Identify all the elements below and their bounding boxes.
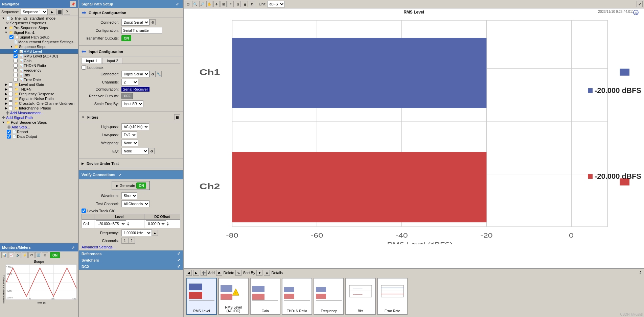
mon-icon6[interactable]: 🔢 (35, 252, 41, 258)
nav-item-rms-acdc[interactable]: 📊 RMS Level (AC+DC) (0, 54, 78, 58)
weighting-select[interactable]: None (121, 140, 138, 146)
sequence-select[interactable]: Sequence 1 (21, 9, 48, 15)
advanced-settings-link[interactable]: Advanced Settings... (82, 245, 116, 249)
transmitter-toggle[interactable]: ON (121, 35, 131, 41)
nav-cb-snr[interactable] (9, 97, 13, 101)
connector-select-in[interactable]: Digital Serial (121, 71, 150, 77)
nav-item-thdn[interactable]: ▶ 📁 THD+N (0, 87, 78, 92)
eq-select[interactable]: None (121, 148, 148, 154)
mon-icon1[interactable]: 📊 (1, 252, 7, 258)
seq-run-icon[interactable]: ▶ (49, 9, 55, 15)
tab-input1[interactable]: Input 1 (82, 58, 102, 64)
nav-item-add-signal-path[interactable]: ➕ Add Signal Path (0, 115, 78, 120)
seq-stop-icon[interactable]: ⬛ (56, 9, 63, 15)
tb-copy[interactable]: ⎘ (235, 1, 241, 7)
nav-item-post-seq[interactable]: ▼ 📁 Post-Sequence Steps (0, 120, 78, 125)
nav-item-frequency[interactable]: 📊 Frequency (0, 68, 78, 73)
strip-sort-chevron[interactable]: ▼ (256, 270, 262, 276)
filters-settings-icon[interactable]: ⊟ (174, 114, 180, 120)
strip-settings-icon[interactable]: ⚙ (264, 270, 270, 276)
thumbnail-rms-acdc[interactable]: ! RMS Level (AC+DC) (218, 278, 249, 315)
level-down-icon[interactable]: ▼ (127, 224, 129, 226)
nav-item-rms-level[interactable]: 📊 RMS Level (0, 49, 78, 54)
tb-crosshair[interactable]: ✛ (213, 1, 220, 7)
nav-cb-interchannel[interactable] (9, 106, 13, 110)
tb-pan[interactable]: ✋ (206, 1, 212, 7)
nav-cb-crosstalk[interactable] (9, 101, 13, 105)
nav-item-signal-path1[interactable]: ▼ 📁 Signal Path1 (0, 30, 78, 35)
connector-settings-icon[interactable]: ⚙ (150, 19, 156, 25)
chart-expand-icon[interactable]: ⤢ (637, 1, 643, 7)
generate-toggle[interactable]: ON (136, 182, 146, 189)
nav-cb-signal-path[interactable] (9, 35, 14, 39)
dc-up-icon[interactable]: ▲ (167, 221, 169, 224)
thumbnail-error-rate[interactable]: Error Rate (377, 278, 408, 315)
nav-cb-rms[interactable] (14, 49, 18, 53)
nav-cb-level-gain[interactable] (9, 82, 13, 87)
dc-down-icon[interactable]: ▼ (167, 224, 169, 226)
generate-button[interactable]: ▶ Generate ON (112, 181, 151, 190)
nav-cb-freq[interactable] (14, 68, 18, 72)
waveform-select[interactable]: Sine (121, 192, 137, 199)
nav-item-level-gain[interactable]: ▶ 📁 Level and Gain (0, 82, 78, 87)
strip-sort-icon[interactable]: ⇅ (235, 270, 242, 276)
conn-settings-icon[interactable]: ⚙ (150, 71, 156, 77)
loopback-checkbox[interactable] (82, 65, 86, 70)
mon-on-toggle[interactable]: ON (50, 252, 60, 258)
mon-icon5[interactable]: ⏱ (28, 252, 34, 258)
filters-header[interactable]: ▼ Filters ⊟ (79, 113, 183, 122)
nav-item-add-step[interactable]: ➕ Add Step... (0, 125, 78, 129)
nav-item-seq-props[interactable]: ⚙ Sequencer Properties... (0, 21, 78, 25)
tb-grid[interactable]: ⊞ (221, 1, 227, 7)
strip-add-icon[interactable]: ➕ (201, 270, 207, 276)
input-config-header[interactable]: ⬅ Input Configuration (79, 47, 183, 56)
dcx-bar[interactable]: DCX ⤢ (79, 263, 183, 270)
tab-input2[interactable]: Input 2 (102, 58, 123, 64)
strip-next-icon[interactable]: ▶ (193, 270, 199, 276)
strip-del-icon[interactable]: ✖ (216, 270, 222, 276)
switchers-bar[interactable]: Switchers ⤢ (79, 257, 183, 263)
nav-cb-rms-acdc[interactable] (14, 54, 18, 58)
nav-item-add-measurement[interactable]: ➕ Add Measurement... (0, 111, 78, 115)
frequency-select[interactable]: 1.00000 kHz (121, 229, 152, 236)
nav-item-report[interactable]: 📄 Report (0, 129, 78, 134)
nav-item-interchannel[interactable]: ▶ 📁 Interchannel Phase (0, 106, 78, 111)
nav-item-gain[interactable]: 📊 Gain (0, 58, 78, 63)
nav-cb-error-rate[interactable] (14, 78, 18, 82)
level-up-icon[interactable]: ▲ (127, 221, 129, 224)
lowpass-select[interactable]: Fs/2 (121, 131, 137, 138)
unit-select[interactable]: dBFS (267, 1, 285, 7)
strip-prev-icon[interactable]: ◀ (186, 270, 192, 276)
freq-up-icon[interactable]: ▲ (152, 230, 158, 236)
mon-icon7[interactable]: ⊞ (42, 252, 48, 258)
test-channel-select[interactable]: All Channels (121, 200, 150, 207)
monitors-expand-icon[interactable]: ⤢ (70, 244, 76, 250)
nav-cb-freq-resp[interactable] (9, 92, 13, 96)
thumbnail-bits[interactable]: ───── ───── Bits (345, 278, 376, 315)
tb-zoom-in[interactable]: 🔍 (192, 1, 198, 7)
nav-cb-data-output[interactable] (7, 135, 11, 139)
nav-item-freq-response[interactable]: ▶ 📁 Frequency Response (0, 92, 78, 96)
ch2-btn[interactable]: 2 (128, 238, 135, 244)
nav-pin-icon[interactable]: 📌 (70, 1, 76, 7)
nav-cb-thdn[interactable] (9, 87, 13, 91)
nav-item-error-rate[interactable]: 📊 Error Rate (0, 77, 78, 82)
thumbnail-thdn[interactable]: THD+N Ratio (282, 278, 312, 315)
highpass-select[interactable]: AC (<10 Hz) (121, 123, 149, 130)
nav-cb-thdn-ratio[interactable] (14, 64, 18, 68)
output-config-header[interactable]: ➡ Output Configuration (79, 8, 183, 18)
scale-freq-select[interactable]: Input SR (121, 100, 143, 107)
dc-select[interactable]: 0.000 D (146, 220, 166, 227)
config-input-out[interactable] (121, 27, 162, 34)
tb-legend[interactable]: ≡ (228, 1, 234, 7)
nav-item-thdn-ratio[interactable]: 📊 THD+N Ratio (0, 63, 78, 68)
nav-item-crosstalk[interactable]: ▶ 📁 Crosstalk, One Channel Undriven (0, 101, 78, 106)
conn-extra-icon[interactable]: 🔧 (156, 71, 162, 77)
thumbnail-rms-level[interactable]: RMS Level (186, 278, 217, 315)
nav-item-line-mode[interactable]: ▼ 📄 5_line_i2s_standard_mode (0, 16, 78, 21)
nav-cb-report[interactable] (7, 130, 11, 134)
tb-zoom-out[interactable]: 🔎 (199, 1, 205, 7)
nav-item-signal-path-setup[interactable]: 📋 Signal Path Setup (0, 35, 78, 40)
nav-cb-bits[interactable] (14, 73, 18, 77)
ch1-btn[interactable]: 1 (121, 238, 128, 244)
